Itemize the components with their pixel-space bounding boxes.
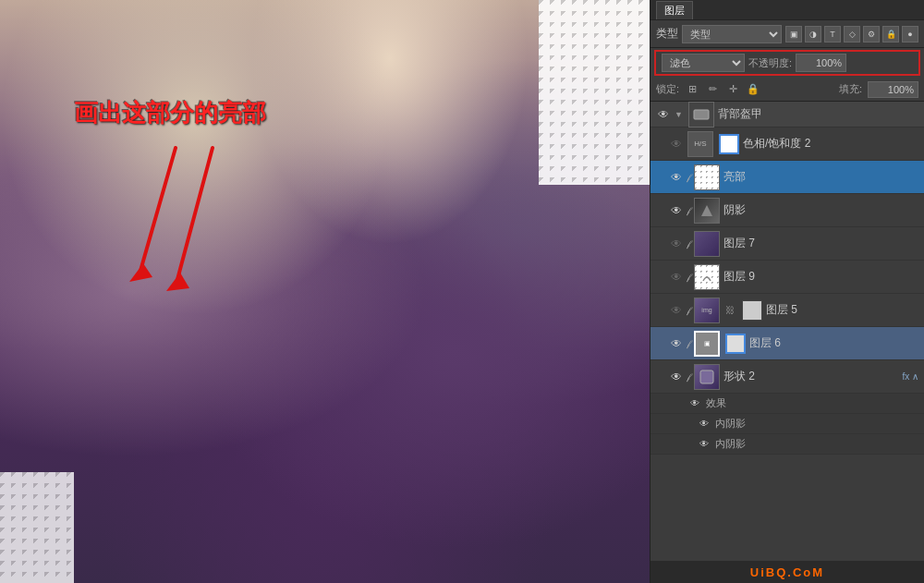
layer-thumb-5: img [694, 298, 720, 323]
layer-name-hue: 色相/饱和度 2 [743, 136, 918, 152]
annotation-arrows [129, 139, 259, 305]
filter-text-icon[interactable]: T [824, 26, 841, 43]
blend-mode-dropdown[interactable]: 滤色 [662, 54, 745, 72]
layer-mask-5 [742, 300, 762, 321]
layer-yin[interactable]: 👁 𝒻 阴影 [650, 194, 924, 227]
layer-name-5: 图层 5 [766, 302, 918, 318]
layer-name-9: 图层 9 [723, 269, 918, 285]
fx-label-shape2: fx ∧ [902, 371, 918, 382]
layer-link-5: ⛓ [723, 304, 736, 317]
layer-name-liang: 亮部 [723, 169, 918, 185]
svg-rect-4 [694, 110, 709, 119]
layer-name-group: 背部盔甲 [718, 106, 918, 122]
svg-line-2 [176, 148, 213, 286]
layer-thumb-6: ▣ [694, 331, 720, 357]
lock-checkered-icon[interactable]: ⊞ [685, 82, 699, 97]
opacity-input[interactable] [796, 54, 846, 72]
layer-thumb-9 [694, 264, 720, 290]
filter-pixel-icon[interactable]: ▣ [785, 26, 802, 43]
fill-label: 填充: [839, 82, 862, 96]
arrows-container [129, 139, 259, 308]
eye-icon-effects[interactable]: 👁 [687, 396, 702, 411]
opacity-label: 不透明度: [748, 56, 792, 70]
filter-label: 类型 [656, 26, 678, 42]
lock-all-icon[interactable]: 🔒 [746, 82, 760, 97]
inner-shadow-1-label: 内阴影 [715, 417, 746, 431]
filter-icons: ▣ ◑ T ◇ ⚙ 🔒 ● [785, 26, 918, 43]
layer-7[interactable]: 👁 𝒻 图层 7 [650, 227, 924, 261]
eye-icon-7[interactable]: 👁 [669, 237, 684, 251]
layer-thumb-hue: H/S [687, 131, 713, 157]
eye-icon-inner2[interactable]: 👁 [697, 437, 711, 452]
layers-list[interactable]: 👁 ▼ 背部盔甲 👁 H/S 色相/饱和度 2 👁 𝒻 [650, 102, 924, 561]
layer-thumb-7 [694, 231, 720, 257]
panel-tabs: 图层 [650, 0, 924, 20]
fill-input[interactable] [868, 81, 918, 98]
layer-thumb-liang [694, 164, 720, 190]
eye-icon-5[interactable]: 👁 [669, 303, 684, 318]
layer-shape2[interactable]: 👁 𝒻 形状 2 fx ∧ [650, 360, 924, 394]
layer-name-yin: 阴影 [723, 202, 918, 218]
filter-row: 类型 类型 ▣ ◑ T ◇ ⚙ 🔒 ● [650, 20, 924, 48]
lock-move-icon[interactable]: ✛ [725, 82, 740, 97]
layer-thumb-group [688, 102, 714, 128]
filter-circle-icon[interactable]: ● [902, 26, 918, 43]
watermark-text: UiBQ.CoM [750, 565, 824, 579]
blend-row: 滤色 不透明度: [654, 50, 920, 76]
lock-row: 锁定: ⊞ ✏ ✛ 🔒 填充: [650, 78, 924, 102]
eye-icon-9[interactable]: 👁 [669, 270, 684, 285]
layers-panel: 图层 类型 类型 ▣ ◑ T ◇ ⚙ 🔒 ● 滤色 不透明度: [650, 0, 924, 583]
svg-line-0 [139, 148, 176, 277]
svg-rect-6 [700, 370, 713, 383]
eye-icon-6[interactable]: 👁 [669, 336, 684, 351]
layer-5[interactable]: 👁 𝒻 img ⛓ 图层 5 [650, 294, 924, 327]
layer-name-6: 图层 6 [749, 335, 918, 351]
layer-name-shape2: 形状 2 [723, 369, 894, 384]
layer-liang[interactable]: 👁 𝒻 亮部 [650, 161, 924, 194]
effects-label: 效果 [706, 396, 726, 410]
filter-adjust-icon[interactable]: ◑ [805, 26, 821, 43]
layer-name-7: 图层 7 [723, 236, 918, 251]
layer-group-beibu[interactable]: 👁 ▼ 背部盔甲 [650, 102, 924, 128]
layer-9[interactable]: 👁 𝒻 图层 9 [650, 261, 924, 294]
effects-group-label: 👁 效果 [650, 394, 924, 414]
lock-label: 锁定: [656, 82, 679, 96]
filter-dropdown[interactable]: 类型 [682, 25, 782, 43]
filter-shape-icon[interactable]: ◇ [844, 26, 860, 43]
transparent-area-top-right [539, 0, 650, 185]
effect-inner-shadow-1: 👁 内阴影 [650, 414, 924, 434]
filter-smart-icon[interactable]: ⚙ [863, 26, 880, 43]
layer-mask-6 [725, 334, 746, 354]
eye-icon-shape2[interactable]: 👁 [669, 370, 684, 384]
filter-lock-icon[interactable]: 🔒 [882, 26, 899, 43]
effect-inner-shadow-2: 👁 内阴影 [650, 434, 924, 455]
eye-icon-yin[interactable]: 👁 [669, 203, 684, 218]
layer-hue-sat[interactable]: 👁 H/S 色相/饱和度 2 [650, 128, 924, 161]
layer-thumb-shape2 [694, 364, 720, 390]
eye-icon-liang[interactable]: 👁 [669, 170, 684, 185]
main-container: 画出这部分的亮部 图层 类型 类型 ▣ ◑ [0, 0, 924, 583]
layer-thumb-yin [694, 198, 720, 224]
eye-icon-hue[interactable]: 👁 [669, 137, 684, 152]
eye-icon-group[interactable]: 👁 [656, 107, 671, 122]
layer-mask-hue [719, 134, 739, 154]
watermark: UiBQ.CoM [650, 561, 924, 583]
annotation-text: 画出这部分的亮部 [74, 97, 266, 129]
canvas-area: 画出这部分的亮部 [0, 0, 650, 583]
lock-brush-icon[interactable]: ✏ [705, 82, 720, 97]
transparent-area-bottom-left [0, 472, 74, 583]
eye-icon-inner1[interactable]: 👁 [697, 417, 711, 431]
tab-layers[interactable]: 图层 [656, 1, 693, 19]
inner-shadow-2-label: 内阴影 [715, 437, 746, 451]
layer-6[interactable]: 👁 𝒻 ▣ 图层 6 [650, 327, 924, 360]
